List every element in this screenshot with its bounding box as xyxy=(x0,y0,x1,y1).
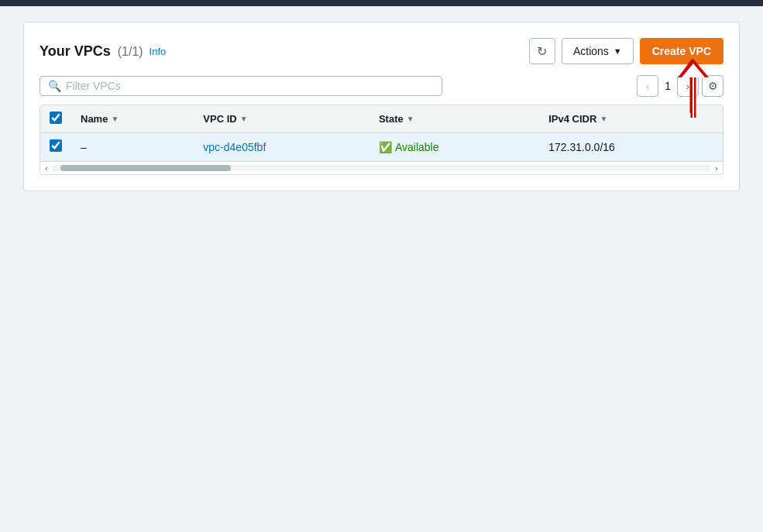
table-row[interactable]: – vpc-d4e05fbf ✅ Available xyxy=(40,133,723,161)
ipv4-cidr-value: 172.31.0.0/16 xyxy=(548,141,615,153)
panel-title-area: Your VPCs (1/1) Info xyxy=(40,43,166,60)
scrollbar-track[interactable] xyxy=(53,165,710,171)
status-available: ✅ Available xyxy=(379,141,530,153)
select-all-checkbox[interactable] xyxy=(50,112,62,124)
search-container: 🔍 xyxy=(40,76,442,96)
available-icon: ✅ xyxy=(379,141,392,153)
pagination-prev-button[interactable]: ‹ xyxy=(637,75,658,97)
chevron-left-icon: ‹ xyxy=(646,81,649,92)
panel-title-text: Your VPCs xyxy=(40,43,111,59)
scrollbar-thumb[interactable] xyxy=(60,165,231,171)
header-checkbox-col xyxy=(40,105,71,133)
vpc-panel: Your VPCs (1/1) Info ↻ Actions ▼ Create … xyxy=(23,22,740,191)
name-col-label: Name xyxy=(81,113,108,125)
toolbar-row: 🔍 ‹ 1 › ⚙ xyxy=(40,75,723,97)
row-ipv4-cidr-cell: 172.31.0.0/16 xyxy=(539,133,723,161)
state-sort-icon: ▼ xyxy=(407,115,414,123)
horizontal-scrollbar-row: ‹ › xyxy=(40,161,723,174)
top-navigation-bar xyxy=(0,0,763,6)
pagination-next-button[interactable]: › xyxy=(677,75,699,97)
header-state[interactable]: State ▼ xyxy=(369,105,539,133)
row-name-cell: – xyxy=(71,133,194,161)
ipv4-cidr-col-label: IPv4 CIDR xyxy=(548,113,596,125)
gear-icon: ⚙ xyxy=(708,80,718,92)
header-vpc-id[interactable]: VPC ID ▼ xyxy=(194,105,369,133)
vpc-table: Name ▼ VPC ID ▼ xyxy=(40,105,723,161)
scroll-right-button[interactable]: › xyxy=(710,162,723,174)
row-checkbox-cell xyxy=(40,133,71,161)
vpc-id-link[interactable]: vpc-d4e05fbf xyxy=(203,141,266,153)
panel-actions: ↻ Actions ▼ Create VPC xyxy=(529,38,723,64)
refresh-button[interactable]: ↻ xyxy=(529,38,555,64)
search-input[interactable] xyxy=(66,80,434,92)
info-link[interactable]: Info xyxy=(150,46,167,57)
actions-button[interactable]: Actions ▼ xyxy=(562,38,634,64)
vpc-id-col-label: VPC ID xyxy=(203,113,236,125)
create-vpc-button[interactable]: Create VPC xyxy=(640,38,723,64)
chevron-right-icon: › xyxy=(686,81,689,92)
pagination-area: ‹ 1 › ⚙ xyxy=(637,75,723,97)
row-vpc-id-cell: vpc-d4e05fbf xyxy=(194,133,369,161)
table-header-row: Name ▼ VPC ID ▼ xyxy=(40,105,723,133)
ipv4-cidr-sort-icon: ▼ xyxy=(600,115,607,123)
vpc-id-sort-icon: ▼ xyxy=(240,115,248,123)
name-sort-icon: ▼ xyxy=(111,115,119,123)
row-checkbox[interactable] xyxy=(50,139,62,152)
page-number: 1 xyxy=(662,80,674,92)
header-ipv4-cidr[interactable]: IPv4 CIDR ▼ xyxy=(539,105,723,133)
settings-button[interactable]: ⚙ xyxy=(702,75,723,97)
refresh-icon: ↻ xyxy=(537,44,547,59)
actions-dropdown-icon: ▼ xyxy=(613,46,622,56)
panel-title: Your VPCs (1/1) xyxy=(40,43,143,60)
status-label: Available xyxy=(395,141,439,153)
scroll-left-button[interactable]: ‹ xyxy=(40,162,53,174)
panel-count: (1/1) xyxy=(118,45,143,58)
row-state-cell: ✅ Available xyxy=(369,133,539,161)
search-icon: 🔍 xyxy=(48,80,61,92)
vpc-table-wrapper: Name ▼ VPC ID ▼ xyxy=(40,105,723,175)
state-col-label: State xyxy=(379,113,404,125)
actions-label: Actions xyxy=(573,45,609,57)
panel-header: Your VPCs (1/1) Info ↻ Actions ▼ Create … xyxy=(40,38,723,64)
row-name: – xyxy=(81,141,87,153)
header-name[interactable]: Name ▼ xyxy=(71,105,194,133)
